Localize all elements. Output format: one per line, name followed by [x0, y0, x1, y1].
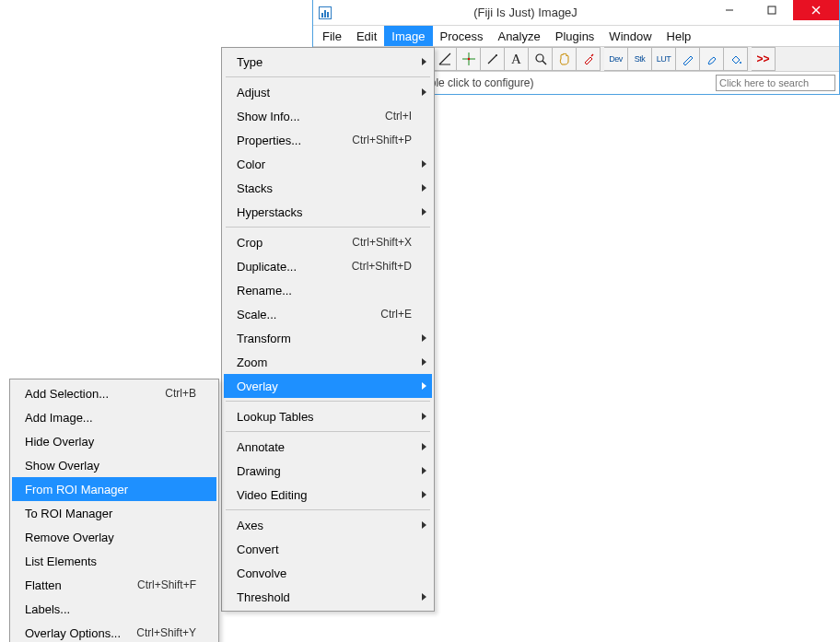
overlay-menu-item[interactable]: Add Image... — [12, 405, 216, 429]
image-menu-item-label: Type — [237, 55, 412, 69]
svg-rect-1 — [768, 6, 776, 14]
image-menu-item[interactable]: Transform — [224, 326, 432, 350]
menu-accelerator: Ctrl+Shift+F — [137, 578, 196, 591]
image-menu-item[interactable]: Type — [224, 50, 432, 74]
lut-tool[interactable]: LUT — [652, 47, 676, 71]
overlay-menu-item-label: Flatten — [25, 578, 137, 592]
overlay-menu-item-label: List Elements — [25, 554, 196, 568]
svg-line-11 — [591, 54, 593, 56]
overlay-menu-item[interactable]: Labels... — [12, 597, 216, 621]
image-menu-item[interactable]: Lookup Tables — [224, 404, 432, 428]
hand-tool[interactable] — [553, 47, 577, 71]
submenu-arrow-icon — [422, 382, 426, 390]
menu-accelerator: Ctrl+B — [165, 387, 196, 400]
menu-edit[interactable]: Edit — [349, 26, 384, 46]
pencil-tool[interactable] — [676, 47, 700, 71]
overlay-menu-item[interactable]: Show Overlay — [12, 453, 216, 477]
image-menu-item[interactable]: Axes — [224, 513, 432, 537]
image-menu-item[interactable]: Scale...Ctrl+E — [224, 302, 432, 326]
image-menu-item[interactable]: Convert — [224, 537, 432, 561]
image-menu-item[interactable]: Duplicate...Ctrl+Shift+D — [224, 254, 432, 278]
overlay-menu-item[interactable]: Add Selection...Ctrl+B — [12, 381, 216, 405]
image-menu-item[interactable]: Properties...Ctrl+Shift+P — [224, 128, 432, 152]
image-menu-item-label: Duplicate... — [237, 260, 352, 274]
image-menu-item[interactable]: CropCtrl+Shift+X — [224, 230, 432, 254]
menu-image[interactable]: Image — [384, 26, 432, 46]
image-menu-item[interactable]: Video Editing — [224, 483, 432, 507]
image-menu-item[interactable]: Adjust — [224, 80, 432, 104]
menu-help[interactable]: Help — [659, 26, 699, 46]
menu-analyze[interactable]: Analyze — [490, 26, 547, 46]
close-button[interactable] — [793, 0, 839, 20]
overlay-menu-item[interactable]: List Elements — [12, 549, 216, 573]
overlay-menu-item-label: From ROI Manager — [25, 483, 196, 496]
overlay-menu-item[interactable]: FlattenCtrl+Shift+F — [12, 573, 216, 597]
overlay-submenu: Add Selection...Ctrl+BAdd Image...Hide O… — [9, 379, 219, 642]
image-menu-separator — [226, 431, 430, 432]
image-menu-item-label: Axes — [237, 519, 412, 532]
flood-fill-tool[interactable] — [724, 47, 748, 71]
submenu-arrow-icon — [422, 160, 426, 168]
image-menu-item[interactable]: Color — [224, 152, 432, 176]
image-menu-item-label: Transform — [237, 332, 412, 345]
image-menu-item-label: Drawing — [237, 464, 412, 478]
magnify-tool[interactable] — [529, 47, 553, 71]
overlay-menu-item[interactable]: From ROI Manager — [12, 477, 216, 501]
menu-window[interactable]: Window — [601, 26, 659, 46]
menu-accelerator: Ctrl+I — [385, 110, 412, 123]
image-menu-item[interactable]: Rename... — [224, 278, 432, 302]
menu-file[interactable]: File — [315, 26, 349, 46]
submenu-arrow-icon — [422, 184, 426, 192]
image-menu-item[interactable]: Show Info...Ctrl+I — [224, 104, 432, 128]
overlay-menu-item[interactable]: To ROI Manager — [12, 501, 216, 525]
image-menu-item-label: Threshold — [237, 590, 412, 604]
overlay-menu-item-label: Show Overlay — [25, 459, 196, 473]
submenu-arrow-icon — [422, 413, 426, 420]
overlay-menu-item[interactable]: Remove Overlay — [12, 525, 216, 549]
menu-accelerator: Ctrl+E — [380, 308, 412, 321]
submenu-arrow-icon — [422, 88, 426, 96]
image-menu-item[interactable]: Hyperstacks — [224, 200, 432, 224]
image-menu-item[interactable]: Zoom — [224, 350, 432, 374]
image-menu-item[interactable]: Stacks — [224, 176, 432, 200]
image-menu-item-label: Convolve — [237, 566, 412, 580]
angle-tool[interactable] — [433, 47, 457, 71]
point-tool[interactable] — [457, 47, 481, 71]
brush-tool[interactable] — [700, 47, 724, 71]
overlay-menu-item-label: Hide Overlay — [25, 435, 196, 449]
image-menu-item[interactable]: Annotate — [224, 435, 432, 459]
text-tool[interactable]: A — [505, 47, 529, 71]
menu-process[interactable]: Process — [433, 26, 491, 46]
submenu-arrow-icon — [422, 443, 426, 450]
dev-tool[interactable]: Dev — [604, 47, 628, 71]
overlay-menu-item-label: To ROI Manager — [25, 507, 196, 520]
image-menu-item-label: Lookup Tables — [237, 410, 412, 424]
overlay-menu-item-label: Remove Overlay — [25, 531, 196, 544]
overlay-menu-item[interactable]: Overlay Options...Ctrl+Shift+Y — [12, 621, 216, 642]
image-menu-separator — [226, 76, 430, 77]
image-menu-item[interactable]: Drawing — [224, 459, 432, 483]
stk-tool[interactable]: Stk — [628, 47, 652, 71]
minimize-button[interactable] — [708, 0, 751, 20]
color-picker-tool[interactable] — [577, 47, 601, 71]
image-menu-item-label: Convert — [237, 543, 412, 556]
overlay-menu-item[interactable]: Hide Overlay — [12, 429, 216, 453]
maximize-button[interactable] — [751, 0, 793, 20]
image-menu-item[interactable]: Threshold — [224, 585, 432, 609]
menu-plugins[interactable]: Plugins — [548, 26, 602, 46]
image-menu-item-label: Annotate — [237, 440, 412, 454]
more-tools[interactable]: >> — [752, 47, 776, 71]
svg-line-10 — [542, 61, 546, 64]
wand-tool[interactable] — [481, 47, 505, 71]
overlay-menu-item-label: Labels... — [25, 602, 196, 616]
image-menu-item[interactable]: Overlay — [224, 374, 432, 398]
menu-accelerator: Ctrl+Shift+D — [352, 260, 412, 273]
search-input[interactable] — [716, 75, 835, 91]
titlebar[interactable]: (Fiji Is Just) ImageJ — [313, 0, 839, 26]
image-menu-item[interactable]: Convolve — [224, 561, 432, 585]
submenu-arrow-icon — [422, 58, 426, 65]
submenu-arrow-icon — [422, 208, 426, 216]
submenu-arrow-icon — [422, 593, 426, 601]
image-menu-separator — [226, 227, 430, 228]
image-menu-item-label: Crop — [237, 236, 352, 250]
